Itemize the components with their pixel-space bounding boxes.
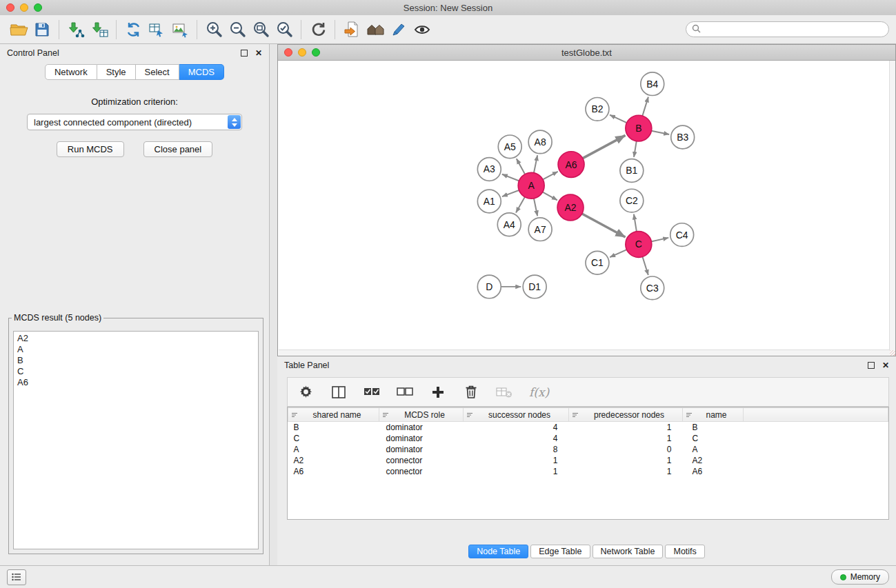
network-from-selection-icon[interactable] xyxy=(121,19,145,41)
node-B3[interactable]: B3 xyxy=(671,125,695,149)
search-input[interactable] xyxy=(704,24,883,35)
column-header-successor-nodes[interactable]: successor nodes xyxy=(464,408,569,422)
zoom-in-icon[interactable] xyxy=(202,19,226,41)
result-item-a[interactable]: A xyxy=(17,344,255,355)
network-canvas[interactable]: B4B2BB3B1A5A8A6A3AA1A2C2A4A7C4CC1C3DD1 xyxy=(279,61,890,350)
node-B[interactable]: B xyxy=(626,115,652,141)
tab-edge-table[interactable]: Edge Table xyxy=(530,545,590,558)
node-A3[interactable]: A3 xyxy=(477,158,501,181)
network-horizontal-scrollbar[interactable] xyxy=(279,349,890,356)
import-network-icon[interactable] xyxy=(64,19,88,41)
network-zoom-button[interactable] xyxy=(312,48,320,57)
zoom-out-icon[interactable] xyxy=(226,19,249,41)
export-image-icon[interactable] xyxy=(168,19,192,41)
memory-button[interactable]: Memory xyxy=(831,569,889,585)
select-all-rows-icon[interactable] xyxy=(364,384,380,401)
zoom-window-button[interactable] xyxy=(34,3,42,12)
column-header-shared-name[interactable]: shared name xyxy=(288,408,379,422)
node-C4[interactable]: C4 xyxy=(670,223,694,247)
svg-text:C3: C3 xyxy=(646,283,659,294)
criterion-dropdown[interactable]: largest connected component (directed) xyxy=(27,114,242,130)
show-hide-icon[interactable] xyxy=(410,19,434,41)
mcds-result-list[interactable]: A2ABCA6 xyxy=(13,331,259,549)
optimization-criterion-label: Optimization criterion: xyxy=(0,97,269,107)
add-column-icon[interactable] xyxy=(430,384,446,401)
node-A2[interactable]: A2 xyxy=(557,194,584,221)
tab-mcds[interactable]: MCDS xyxy=(179,64,224,80)
node-A4[interactable]: A4 xyxy=(497,213,521,236)
tab-network[interactable]: Network xyxy=(45,64,97,80)
tab-select[interactable]: Select xyxy=(136,64,179,80)
apply-layout-icon[interactable] xyxy=(306,19,330,41)
new-network-icon[interactable] xyxy=(145,19,168,41)
node-A7[interactable]: A7 xyxy=(528,218,552,241)
minimize-window-button[interactable] xyxy=(20,3,28,12)
network-minimize-button[interactable] xyxy=(298,48,306,57)
delete-table-icon[interactable] xyxy=(496,384,512,401)
column-mode-icon[interactable] xyxy=(330,384,347,401)
network-close-button[interactable] xyxy=(284,48,292,57)
node-B4[interactable]: B4 xyxy=(641,72,664,96)
network-resize-grip[interactable] xyxy=(890,350,895,356)
node-D1[interactable]: D1 xyxy=(523,275,546,298)
toolbar-search[interactable] xyxy=(686,21,889,37)
node-C2[interactable]: C2 xyxy=(620,189,644,212)
node-C[interactable]: C xyxy=(626,232,652,258)
table-row-b[interactable]: Bdominator41B xyxy=(288,422,888,434)
node-A5[interactable]: A5 xyxy=(498,135,521,159)
close-panel-button[interactable]: Close panel xyxy=(143,141,213,157)
float-table-panel-icon[interactable] xyxy=(868,362,875,369)
table-panel-tabs: Node TableEdge TableNetwork TableMotifs xyxy=(277,545,896,558)
session-snapshot-icon[interactable] xyxy=(340,19,364,41)
svg-text:B1: B1 xyxy=(626,165,637,176)
table-row-a[interactable]: Adominator80A xyxy=(288,444,888,455)
table-row-a6[interactable]: A6connector11A6 xyxy=(288,466,888,477)
svg-text:C2: C2 xyxy=(626,195,638,206)
node-C1[interactable]: C1 xyxy=(586,251,609,274)
network-vertical-scrollbar[interactable] xyxy=(889,61,895,350)
deselect-all-rows-icon[interactable] xyxy=(397,384,413,401)
search-icon xyxy=(692,23,701,36)
node-D[interactable]: D xyxy=(477,275,501,298)
node-A[interactable]: A xyxy=(518,172,544,199)
delete-column-icon[interactable] xyxy=(463,384,479,401)
open-icon[interactable] xyxy=(7,19,30,41)
main-toolbar xyxy=(0,15,896,44)
zoom-selected-icon[interactable] xyxy=(272,19,296,41)
table-row-c[interactable]: Cdominator41C xyxy=(288,433,888,444)
node-B2[interactable]: B2 xyxy=(586,97,609,121)
close-panel-icon[interactable]: ✕ xyxy=(255,49,262,57)
result-item-a6[interactable]: A6 xyxy=(17,377,255,388)
tab-style[interactable]: Style xyxy=(97,64,136,80)
node-A8[interactable]: A8 xyxy=(528,130,552,154)
home-view-icon[interactable] xyxy=(364,19,387,41)
import-table-icon[interactable] xyxy=(88,19,111,41)
task-history-button[interactable] xyxy=(7,569,26,585)
result-item-c[interactable]: C xyxy=(17,366,255,377)
close-table-panel-icon[interactable]: ✕ xyxy=(882,361,889,369)
svg-text:B: B xyxy=(635,123,641,134)
tab-network-table[interactable]: Network Table xyxy=(593,545,664,558)
zoom-fit-icon[interactable] xyxy=(249,19,272,41)
result-item-b[interactable]: B xyxy=(17,355,255,366)
window-title: Session: New Session xyxy=(404,3,492,13)
table-settings-gear-icon[interactable] xyxy=(297,384,314,401)
node-A6[interactable]: A6 xyxy=(558,152,584,178)
column-header-mcds-role[interactable]: MCDS role xyxy=(379,408,464,422)
table-row-a2[interactable]: A2connector11A2 xyxy=(288,455,888,466)
apply-style-icon[interactable] xyxy=(387,19,410,41)
tab-node-table[interactable]: Node Table xyxy=(468,545,528,558)
node-B1[interactable]: B1 xyxy=(620,159,644,183)
function-builder-icon[interactable]: f(x) xyxy=(529,385,549,399)
close-window-button[interactable] xyxy=(6,3,14,12)
result-item-a2[interactable]: A2 xyxy=(17,333,255,344)
column-header-predecessor-nodes[interactable]: predecessor nodes xyxy=(569,408,683,422)
column-header-name[interactable]: name xyxy=(683,408,744,422)
node-table-container[interactable]: shared nameMCDS rolesuccessor nodesprede… xyxy=(287,407,889,520)
save-icon[interactable] xyxy=(30,19,54,41)
node-C3[interactable]: C3 xyxy=(641,276,664,300)
node-A1[interactable]: A1 xyxy=(477,190,501,213)
float-panel-icon[interactable] xyxy=(241,50,248,57)
run-mcds-button[interactable]: Run MCDS xyxy=(57,141,124,157)
tab-motifs[interactable]: Motifs xyxy=(665,545,704,558)
